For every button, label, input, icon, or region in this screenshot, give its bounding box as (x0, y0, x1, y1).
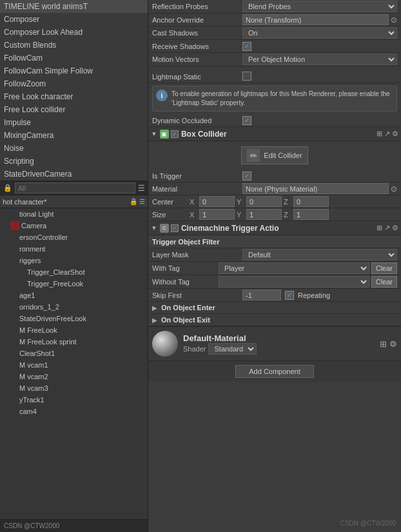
list-item[interactable]: FollowZoom (0, 77, 148, 90)
center-z-input[interactable] (293, 196, 329, 207)
receive-shadows-checkbox[interactable]: ✓ (242, 42, 251, 51)
without-tag-select[interactable] (219, 276, 369, 288)
bottom-label: CSDN @CTW2000 (4, 522, 59, 529)
material-name: Default-Material (183, 333, 375, 343)
size-y-input[interactable] (246, 209, 282, 220)
hierarchy-item[interactable]: ronment (0, 243, 148, 255)
list-item[interactable]: Scripting (0, 155, 148, 168)
reflection-probes-select[interactable]: Blend Probes (242, 1, 397, 12)
motion-vectors-row: Motion Vectors Per Object Motion (148, 53, 401, 66)
material-gear-icon[interactable]: ⚙ (389, 339, 397, 349)
is-trigger-checkbox[interactable]: ✓ (242, 172, 251, 181)
menu-hierarchy-icon[interactable]: ☰ (139, 198, 145, 205)
shader-select[interactable]: Standard (208, 343, 257, 355)
on-object-exit-row[interactable]: ▶ On Object Exit (148, 314, 401, 326)
layer-mask-label: Layer Mask (152, 251, 242, 259)
list-item[interactable]: Noise (0, 142, 148, 155)
hierarchy-item[interactable]: Trigger_ClearShot (0, 266, 148, 278)
with-tag-row: With Tag Player Clear (148, 262, 401, 275)
cast-shadows-value[interactable]: On (242, 27, 397, 39)
without-tag-clear-button[interactable]: Clear (371, 276, 397, 288)
skip-first-input[interactable] (242, 290, 281, 300)
list-item[interactable]: Composer (0, 13, 148, 26)
cinemachine-icon1[interactable]: ⊞ (377, 224, 382, 232)
box-collider-enable-checkbox[interactable]: ✓ (171, 130, 179, 138)
anchor-target-icon[interactable]: ⊙ (391, 15, 397, 25)
size-z-input[interactable] (293, 209, 329, 220)
hierarchy-item-label: Trigger_FreeLook (27, 280, 83, 288)
right-panel: Reflection Probes Blend Probes Anchor Ov… (148, 0, 401, 532)
layer-mask-select[interactable]: Default (242, 249, 397, 261)
cinemachine-arrow[interactable]: ▼ (151, 224, 157, 232)
hierarchy-item[interactable]: age1 (0, 290, 148, 301)
hierarchy-item[interactable]: M FreeLook (0, 324, 148, 336)
with-tag-clear-button[interactable]: Clear (371, 262, 397, 274)
list-item[interactable]: StateDrivenCamera (0, 168, 148, 181)
hierarchy-item[interactable]: orridors_1_2 (0, 301, 148, 313)
size-x-input[interactable] (199, 209, 235, 220)
list-item[interactable]: Free Look collider (0, 103, 148, 116)
anchor-override-input[interactable] (242, 14, 389, 25)
box-collider-arrow[interactable]: ▼ (151, 130, 157, 137)
without-tag-row: Without Tag Clear (148, 275, 401, 289)
hierarchy-item[interactable]: M FreeLook sprint (0, 336, 148, 348)
cinemachine-icon2[interactable]: ↗ (384, 224, 390, 232)
edit-collider-button[interactable]: ✏ Edit Collider (241, 146, 308, 164)
center-y-input[interactable] (246, 196, 282, 207)
is-trigger-row: Is Trigger ✓ (148, 170, 401, 182)
list-item[interactable]: FollowCam (0, 52, 148, 64)
center-xyz: X Y Z (190, 196, 397, 207)
box-collider-title: Box Collider (181, 130, 377, 139)
hierarchy-item[interactable]: Trigger_FreeLook (0, 278, 148, 290)
box-collider-icon1[interactable]: ⊞ (377, 130, 382, 138)
hierarchy-item[interactable]: ClearShot1 (0, 348, 148, 359)
lock-hierarchy-icon[interactable]: 🔒 (130, 198, 137, 205)
motion-vectors-select[interactable]: Per Object Motion (242, 54, 397, 65)
hierarchy-item-label: age1 (19, 291, 35, 299)
list-item[interactable]: MixingCamera (0, 129, 148, 142)
list-item[interactable]: Free Look character (0, 90, 148, 103)
box-collider-icon2[interactable]: ↗ (384, 130, 390, 138)
hierarchy-item[interactable]: M vcam1 (0, 359, 148, 371)
list-item[interactable]: Impulse (0, 116, 148, 129)
hierarchy-item[interactable]: cam4 (0, 406, 148, 417)
hierarchy-item[interactable]: riggers (0, 255, 148, 266)
hierarchy-item[interactable]: M vcam2 (0, 371, 148, 382)
hierarchy-item[interactable]: tional Light (0, 208, 148, 220)
edit-collider-label: Edit Collider (264, 152, 302, 159)
material-icon1[interactable]: ⊞ (380, 339, 387, 349)
with-tag-select[interactable]: Player (219, 262, 369, 274)
list-item[interactable]: Composer Look Ahead (0, 26, 148, 39)
hierarchy-item[interactable]: ersonController (0, 232, 148, 243)
cinemachine-enable-checkbox[interactable]: ✓ (171, 224, 179, 232)
repeating-checkbox[interactable]: ✓ (285, 291, 294, 300)
list-item[interactable]: TIMELINE world animsT (0, 0, 148, 13)
layer-mask-value[interactable]: Default (242, 249, 397, 261)
lightmap-static-checkbox[interactable] (242, 72, 251, 81)
cinemachine-gear-icon[interactable]: ⚙ (392, 224, 398, 232)
add-component-button[interactable]: Add Component (235, 365, 314, 378)
size-label: Size (152, 211, 188, 219)
center-label: Center (152, 198, 188, 206)
hierarchy-item[interactable]: Camera (0, 220, 148, 232)
dynamic-occluded-checkbox[interactable]: ✓ (242, 116, 251, 125)
list-item[interactable]: FollowCam Simple Follow (0, 64, 148, 77)
hierarchy-item-label: cam4 (19, 408, 37, 415)
motion-vectors-label: Motion Vectors (152, 55, 242, 63)
motion-vectors-value[interactable]: Per Object Motion (242, 54, 397, 65)
box-collider-gear-icon[interactable]: ⚙ (392, 130, 398, 138)
list-item[interactable]: Custom Blends (0, 39, 148, 52)
hierarchy-item[interactable]: M vcam3 (0, 382, 148, 394)
hierarchy-item[interactable]: yTrack1 (0, 394, 148, 406)
list-icon[interactable]: ☰ (138, 184, 145, 193)
shader-label: Shader (183, 345, 206, 353)
cast-shadows-select[interactable]: On (242, 27, 397, 39)
search-input[interactable] (15, 182, 135, 193)
collider-material-target-icon[interactable]: ⊙ (391, 184, 397, 193)
is-trigger-value: ✓ (242, 172, 397, 181)
center-x-input[interactable] (199, 196, 235, 207)
reflection-probes-value[interactable]: Blend Probes (242, 1, 397, 12)
collider-material-input[interactable] (242, 183, 389, 194)
on-object-enter-row[interactable]: ▶ On Object Enter (148, 302, 401, 314)
hierarchy-item[interactable]: StateDrivenFreeLook (0, 313, 148, 324)
